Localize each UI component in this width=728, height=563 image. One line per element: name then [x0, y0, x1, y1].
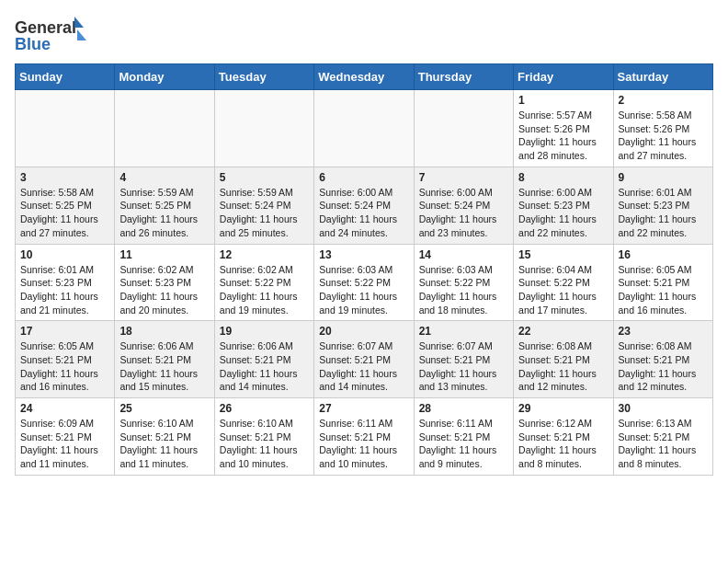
calendar-cell: 26Sunrise: 6:10 AM Sunset: 5:21 PM Dayli… — [214, 398, 313, 476]
day-info: Sunrise: 6:07 AM Sunset: 5:21 PM Dayligh… — [319, 339, 408, 394]
day-info: Sunrise: 6:03 AM Sunset: 5:22 PM Dayligh… — [419, 263, 508, 317]
day-number: 18 — [119, 325, 209, 338]
calendar-cell: 12Sunrise: 6:02 AM Sunset: 5:22 PM Dayli… — [214, 244, 313, 321]
day-number: 17 — [20, 325, 109, 338]
day-info: Sunrise: 6:05 AM Sunset: 5:21 PM Dayligh… — [20, 339, 109, 394]
day-number: 1 — [518, 94, 608, 107]
day-info: Sunrise: 5:58 AM Sunset: 5:25 PM Dayligh… — [20, 186, 109, 240]
day-number: 5 — [220, 171, 309, 184]
day-number: 28 — [419, 402, 508, 415]
calendar-cell: 28Sunrise: 6:11 AM Sunset: 5:21 PM Dayli… — [414, 398, 513, 476]
day-number: 3 — [20, 171, 109, 184]
calendar-cell — [214, 90, 313, 167]
calendar-cell: 3Sunrise: 5:58 AM Sunset: 5:25 PM Daylig… — [16, 167, 115, 244]
weekday-header-thursday: Thursday — [414, 64, 513, 90]
day-info: Sunrise: 6:10 AM Sunset: 5:21 PM Dayligh… — [220, 417, 309, 471]
day-number: 4 — [119, 171, 209, 184]
svg-marker-3 — [77, 29, 86, 40]
day-number: 21 — [419, 325, 508, 338]
calendar-cell: 19Sunrise: 6:06 AM Sunset: 5:21 PM Dayli… — [214, 321, 313, 398]
day-number: 24 — [20, 402, 109, 415]
calendar-cell: 1Sunrise: 5:57 AM Sunset: 5:26 PM Daylig… — [514, 90, 613, 167]
day-info: Sunrise: 5:59 AM Sunset: 5:24 PM Dayligh… — [220, 186, 309, 240]
day-info: Sunrise: 6:13 AM Sunset: 5:21 PM Dayligh… — [619, 417, 708, 471]
day-number: 26 — [220, 402, 309, 415]
calendar-table: SundayMondayTuesdayWednesdayThursdayFrid… — [15, 63, 713, 476]
day-number: 12 — [220, 248, 309, 261]
calendar-cell — [115, 90, 214, 167]
weekday-header-sunday: Sunday — [16, 64, 115, 90]
day-info: Sunrise: 5:57 AM Sunset: 5:26 PM Dayligh… — [518, 109, 608, 163]
calendar-week-row: 17Sunrise: 6:05 AM Sunset: 5:21 PM Dayli… — [16, 321, 713, 398]
day-number: 10 — [20, 248, 109, 261]
day-info: Sunrise: 6:00 AM Sunset: 5:24 PM Dayligh… — [419, 186, 508, 240]
calendar-cell: 7Sunrise: 6:00 AM Sunset: 5:24 PM Daylig… — [414, 167, 513, 244]
day-number: 7 — [419, 171, 508, 184]
day-number: 23 — [619, 325, 708, 338]
day-info: Sunrise: 6:09 AM Sunset: 5:21 PM Dayligh… — [20, 417, 109, 471]
day-info: Sunrise: 6:00 AM Sunset: 5:23 PM Dayligh… — [518, 186, 608, 240]
calendar-cell: 29Sunrise: 6:12 AM Sunset: 5:21 PM Dayli… — [514, 398, 613, 476]
calendar-cell: 22Sunrise: 6:08 AM Sunset: 5:21 PM Dayli… — [514, 321, 613, 398]
calendar-cell: 2Sunrise: 5:58 AM Sunset: 5:26 PM Daylig… — [613, 90, 712, 167]
calendar-cell: 4Sunrise: 5:59 AM Sunset: 5:25 PM Daylig… — [115, 167, 214, 244]
day-number: 15 — [518, 248, 608, 261]
svg-text:General: General — [15, 18, 76, 37]
logo-row: GeneralBlue — [15, 15, 88, 56]
day-info: Sunrise: 6:00 AM Sunset: 5:24 PM Dayligh… — [319, 186, 408, 240]
calendar-cell: 10Sunrise: 6:01 AM Sunset: 5:23 PM Dayli… — [16, 244, 115, 321]
calendar-week-row: 24Sunrise: 6:09 AM Sunset: 5:21 PM Dayli… — [16, 398, 713, 476]
day-number: 11 — [119, 248, 209, 261]
calendar-cell: 24Sunrise: 6:09 AM Sunset: 5:21 PM Dayli… — [16, 398, 115, 476]
calendar-cell — [414, 90, 513, 167]
weekday-header-monday: Monday — [115, 64, 214, 90]
calendar-week-row: 10Sunrise: 6:01 AM Sunset: 5:23 PM Dayli… — [16, 244, 713, 321]
day-info: Sunrise: 5:58 AM Sunset: 5:26 PM Dayligh… — [619, 109, 708, 163]
weekday-header-row: SundayMondayTuesdayWednesdayThursdayFrid… — [16, 64, 713, 90]
day-number: 9 — [619, 171, 708, 184]
day-info: Sunrise: 6:06 AM Sunset: 5:21 PM Dayligh… — [220, 339, 309, 394]
calendar-cell: 5Sunrise: 5:59 AM Sunset: 5:24 PM Daylig… — [214, 167, 313, 244]
day-number: 27 — [319, 402, 408, 415]
page-header: GeneralBlue — [15, 15, 713, 56]
day-info: Sunrise: 6:10 AM Sunset: 5:21 PM Dayligh… — [119, 417, 209, 471]
weekday-header-friday: Friday — [514, 64, 613, 90]
day-info: Sunrise: 6:11 AM Sunset: 5:21 PM Dayligh… — [319, 417, 408, 471]
day-number: 30 — [619, 402, 708, 415]
day-info: Sunrise: 6:02 AM Sunset: 5:22 PM Dayligh… — [220, 263, 309, 317]
day-info: Sunrise: 6:07 AM Sunset: 5:21 PM Dayligh… — [419, 339, 508, 394]
day-info: Sunrise: 6:12 AM Sunset: 5:21 PM Dayligh… — [518, 417, 608, 471]
day-number: 25 — [119, 402, 209, 415]
calendar-cell: 27Sunrise: 6:11 AM Sunset: 5:21 PM Dayli… — [314, 398, 414, 476]
calendar-cell: 8Sunrise: 6:00 AM Sunset: 5:23 PM Daylig… — [514, 167, 613, 244]
calendar-cell: 17Sunrise: 6:05 AM Sunset: 5:21 PM Dayli… — [16, 321, 115, 398]
day-info: Sunrise: 6:04 AM Sunset: 5:22 PM Dayligh… — [518, 263, 608, 317]
day-number: 8 — [518, 171, 608, 184]
svg-text:Blue: Blue — [15, 35, 51, 53]
calendar-cell: 23Sunrise: 6:08 AM Sunset: 5:21 PM Dayli… — [613, 321, 712, 398]
calendar-cell: 15Sunrise: 6:04 AM Sunset: 5:22 PM Dayli… — [514, 244, 613, 321]
calendar-cell — [16, 90, 115, 167]
weekday-header-wednesday: Wednesday — [314, 64, 414, 90]
day-info: Sunrise: 5:59 AM Sunset: 5:25 PM Dayligh… — [119, 186, 209, 240]
day-info: Sunrise: 6:06 AM Sunset: 5:21 PM Dayligh… — [119, 339, 209, 394]
day-info: Sunrise: 6:08 AM Sunset: 5:21 PM Dayligh… — [619, 339, 708, 394]
day-info: Sunrise: 6:05 AM Sunset: 5:21 PM Dayligh… — [619, 263, 708, 317]
day-info: Sunrise: 6:08 AM Sunset: 5:21 PM Dayligh… — [518, 339, 608, 394]
calendar-week-row: 1Sunrise: 5:57 AM Sunset: 5:26 PM Daylig… — [16, 90, 713, 167]
day-number: 6 — [319, 171, 408, 184]
calendar-cell: 18Sunrise: 6:06 AM Sunset: 5:21 PM Dayli… — [115, 321, 214, 398]
calendar-cell: 9Sunrise: 6:01 AM Sunset: 5:23 PM Daylig… — [613, 167, 712, 244]
day-number: 20 — [319, 325, 408, 338]
calendar-cell: 11Sunrise: 6:02 AM Sunset: 5:23 PM Dayli… — [115, 244, 214, 321]
calendar-cell: 16Sunrise: 6:05 AM Sunset: 5:21 PM Dayli… — [613, 244, 712, 321]
calendar-cell: 14Sunrise: 6:03 AM Sunset: 5:22 PM Dayli… — [414, 244, 513, 321]
calendar-week-row: 3Sunrise: 5:58 AM Sunset: 5:25 PM Daylig… — [16, 167, 713, 244]
day-info: Sunrise: 6:03 AM Sunset: 5:22 PM Dayligh… — [319, 263, 408, 317]
day-info: Sunrise: 6:01 AM Sunset: 5:23 PM Dayligh… — [20, 263, 109, 317]
day-number: 16 — [619, 248, 708, 261]
logo-svg: GeneralBlue — [15, 15, 88, 56]
calendar-cell: 6Sunrise: 6:00 AM Sunset: 5:24 PM Daylig… — [314, 167, 414, 244]
logo: GeneralBlue — [15, 15, 88, 56]
day-number: 19 — [220, 325, 309, 338]
